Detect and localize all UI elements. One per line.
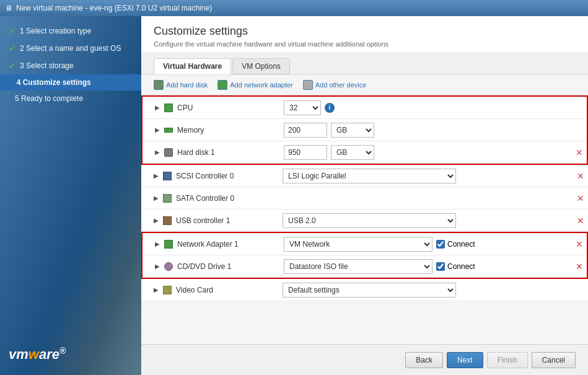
sata-expand-arrow[interactable]: ▶ bbox=[154, 195, 159, 201]
sata-label: SATA Controller 0 bbox=[176, 194, 234, 203]
cpu-label: CPU bbox=[177, 104, 193, 112]
hard-disk-1-row: ▶ Hard disk 1 GB MB TB ✕ bbox=[143, 141, 587, 164]
cd-delete[interactable]: ✕ bbox=[572, 262, 587, 271]
network-expand-arrow[interactable]: ▶ bbox=[155, 240, 160, 247]
add-network-adapter-label: Add network adapter bbox=[230, 81, 293, 89]
cpu-info-icon[interactable]: i bbox=[325, 103, 335, 113]
vmware-logo: vmware® bbox=[9, 346, 66, 363]
active-num bbox=[9, 78, 13, 87]
tab-virtual-hardware[interactable]: Virtual Hardware bbox=[154, 58, 231, 74]
network-connect-checkbox[interactable] bbox=[436, 240, 445, 249]
sata-value-area bbox=[278, 196, 573, 201]
cpu-icon bbox=[164, 104, 173, 112]
scsi-expand-arrow[interactable]: ▶ bbox=[154, 172, 159, 179]
cpu-select[interactable]: 32 124816 bbox=[284, 100, 321, 115]
sidebar-item-customize-settings[interactable]: 4 Customize settings bbox=[0, 74, 141, 90]
usb-expand-arrow[interactable]: ▶ bbox=[154, 217, 159, 224]
hard-disk-icon bbox=[154, 80, 164, 90]
finish-button[interactable]: Finish bbox=[487, 352, 528, 368]
add-hard-disk-label: Add hard disk bbox=[166, 81, 208, 89]
video-card-label: Video Card bbox=[176, 286, 213, 294]
memory-input[interactable] bbox=[284, 123, 327, 138]
cd-dvd-value-area: Datastore ISO file Client Device Host De… bbox=[279, 257, 572, 276]
usb-select[interactable]: USB 2.0 USB 3.0 bbox=[283, 213, 456, 228]
sata-delete[interactable]: ✕ bbox=[573, 193, 588, 203]
usb-icon bbox=[163, 216, 172, 225]
add-other-device-button[interactable]: Add other device bbox=[303, 80, 367, 90]
page-heading: Customize settings bbox=[154, 25, 576, 38]
page-description: Configure the virtual machine hardware a… bbox=[154, 40, 576, 48]
network-connect-label: Connect bbox=[436, 240, 475, 249]
window-icon: 🖥 bbox=[5, 4, 12, 12]
hard-disk-expand-arrow[interactable]: ▶ bbox=[155, 149, 160, 156]
network-adapter-1-row: ▶ Network Adapter 1 VM Network Connect bbox=[143, 233, 587, 255]
scsi-controller-row: ▶ SCSI Controller 0 LSI Logic Parallel L… bbox=[141, 165, 588, 187]
other-device-icon bbox=[303, 80, 313, 90]
cd-connect-label: Connect bbox=[436, 262, 475, 271]
add-hard-disk-button[interactable]: Add hard disk bbox=[154, 80, 208, 90]
hardware-settings-scroll[interactable]: ▶ CPU 32 124816 i bbox=[141, 95, 588, 344]
check-icon-2: ✔ bbox=[9, 43, 16, 53]
sidebar-item-select-name-guest-os[interactable]: ✔ 2 Select a name and guest OS bbox=[0, 40, 141, 57]
sidebar-item-select-creation-type[interactable]: ✔ 1 Select creation type bbox=[0, 22, 141, 40]
sidebar-item-select-storage[interactable]: ✔ 3 Select storage bbox=[0, 57, 141, 74]
footer-bar: Back Next Finish Cancel bbox=[141, 344, 588, 375]
sidebar-item-label-5: 5 Ready to complete bbox=[9, 94, 83, 103]
add-network-adapter-button[interactable]: Add network adapter bbox=[217, 80, 293, 90]
hard-disk-input[interactable] bbox=[284, 145, 327, 160]
cpu-expand-arrow[interactable]: ▶ bbox=[155, 104, 160, 111]
cancel-button[interactable]: Cancel bbox=[532, 352, 576, 368]
hard-disk-unit-select[interactable]: GB MB TB bbox=[331, 145, 374, 160]
network-cd-group: ▶ Network Adapter 1 VM Network Connect bbox=[141, 232, 588, 279]
usb-label: USB controller 1 bbox=[176, 216, 230, 225]
content-area: Customize settings Configure the virtual… bbox=[141, 16, 588, 375]
tab-vm-options[interactable]: VM Options bbox=[232, 58, 290, 74]
back-button[interactable]: Back bbox=[405, 352, 443, 368]
highlighted-hardware-group: ▶ CPU 32 124816 i bbox=[141, 95, 588, 165]
hard-disk-label: Hard disk 1 bbox=[177, 148, 215, 157]
add-other-device-label: Add other device bbox=[315, 81, 367, 89]
check-icon-3: ✔ bbox=[9, 61, 16, 71]
sata-controller-row: ▶ SATA Controller 0 ✕ bbox=[141, 187, 588, 210]
video-card-value-area: Default settings bbox=[278, 280, 573, 300]
scsi-select[interactable]: LSI Logic Parallel LSI Logic SAS VMware … bbox=[283, 169, 456, 183]
sidebar: ✔ 1 Select creation type ✔ 2 Select a na… bbox=[0, 16, 141, 375]
next-button[interactable]: Next bbox=[447, 352, 483, 368]
cd-dvd-label: CD/DVD Drive 1 bbox=[177, 262, 231, 271]
video-card-select[interactable]: Default settings bbox=[283, 283, 456, 298]
network-icon bbox=[164, 240, 173, 249]
memory-row: ▶ Memory GB MB bbox=[143, 119, 587, 141]
disk-icon bbox=[164, 148, 173, 157]
scsi-delete[interactable]: ✕ bbox=[573, 171, 588, 181]
cd-dvd-select[interactable]: Datastore ISO file Client Device Host De… bbox=[284, 259, 432, 274]
memory-label: Memory bbox=[177, 126, 204, 135]
check-icon-1: ✔ bbox=[9, 26, 16, 36]
usb-value-area: USB 2.0 USB 3.0 bbox=[278, 211, 573, 231]
video-card-row: ▶ Video Card Default settings bbox=[141, 279, 588, 301]
cpu-value-area: 32 124816 i bbox=[279, 98, 572, 118]
usb-delete[interactable]: ✕ bbox=[573, 216, 588, 226]
network-adapter-icon bbox=[217, 80, 227, 90]
sidebar-item-label-3: 3 Select storage bbox=[20, 61, 74, 70]
cd-connect-checkbox[interactable] bbox=[436, 262, 445, 271]
network-adapter-select[interactable]: VM Network bbox=[284, 237, 432, 252]
memory-unit-select[interactable]: GB MB bbox=[331, 123, 374, 138]
network-delete[interactable]: ✕ bbox=[572, 239, 587, 249]
memory-expand-arrow[interactable]: ▶ bbox=[155, 126, 160, 133]
network-adapter-label: Network Adapter 1 bbox=[177, 240, 239, 249]
hard-disk-delete[interactable]: ✕ bbox=[572, 148, 587, 157]
usb-controller-row: ▶ USB controller 1 USB 2.0 USB 3.0 ✕ bbox=[141, 210, 588, 232]
window-title: New virtual machine - eve-ng (ESXi 7.0 U… bbox=[16, 4, 212, 12]
content-header: Customize settings Configure the virtual… bbox=[141, 16, 588, 53]
sidebar-item-ready-to-complete[interactable]: 5 Ready to complete bbox=[0, 90, 141, 107]
cd-icon bbox=[164, 262, 173, 271]
sidebar-item-label-1: 1 Select creation type bbox=[20, 27, 91, 35]
video-expand-arrow[interactable]: ▶ bbox=[154, 286, 159, 293]
hard-disk-value-area: GB MB TB bbox=[279, 143, 572, 162]
window-titlebar: 🖥 New virtual machine - eve-ng (ESXi 7.0… bbox=[0, 0, 588, 16]
cd-expand-arrow[interactable]: ▶ bbox=[155, 263, 160, 270]
cpu-row: ▶ CPU 32 124816 i bbox=[143, 97, 587, 119]
sidebar-item-label-4: 4 Customize settings bbox=[17, 78, 91, 87]
scsi-value-area: LSI Logic Parallel LSI Logic SAS VMware … bbox=[278, 166, 573, 186]
memory-value-area: GB MB bbox=[279, 120, 572, 140]
